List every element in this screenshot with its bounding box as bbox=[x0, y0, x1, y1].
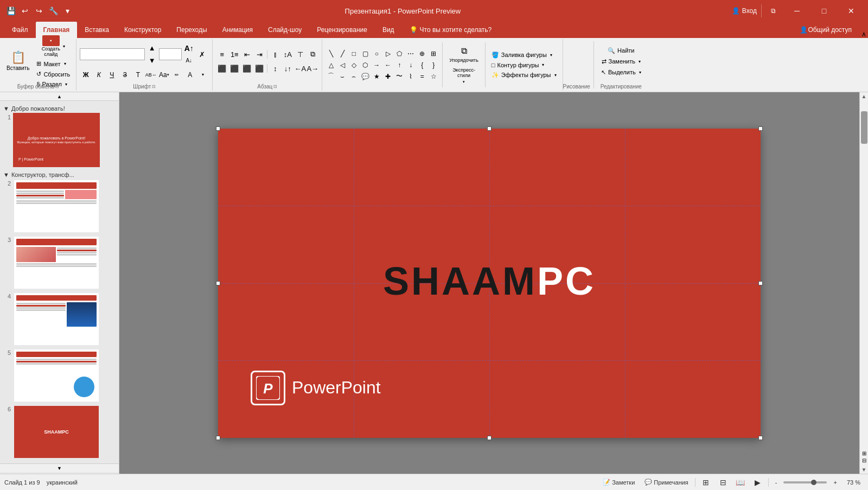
font-size-box[interactable] bbox=[159, 48, 182, 60]
arrange-button[interactable]: ⧉ Упорядочить bbox=[446, 45, 482, 64]
slide-thumb-4[interactable] bbox=[13, 292, 100, 346]
zoom-page-icon[interactable]: ⊟ bbox=[862, 457, 866, 463]
tab-insert[interactable]: Вставка bbox=[77, 22, 117, 38]
shape-bracket-open-icon[interactable]: { bbox=[417, 60, 427, 71]
slideshow-button[interactable]: ▶ bbox=[751, 476, 765, 488]
bullets-button[interactable]: ≡ bbox=[216, 48, 228, 60]
signin-button[interactable]: 👤 Вход bbox=[732, 7, 757, 15]
zoom-to-fit-icon[interactable]: ⊞ bbox=[862, 450, 866, 456]
shape-connector1-icon[interactable]: ⌒ bbox=[326, 71, 336, 82]
tab-animation[interactable]: Анимация bbox=[215, 22, 260, 38]
char-spacing-button[interactable]: АВ↔ bbox=[145, 69, 157, 81]
shape-arrow-left-icon[interactable]: ← bbox=[382, 60, 393, 71]
right-scrollbar[interactable]: ▲ ⊞ ⊟ ▼ bbox=[859, 92, 868, 474]
align-left-icon[interactable]: ⬛ bbox=[216, 62, 228, 74]
minimize-button[interactable]: ─ bbox=[784, 0, 809, 22]
slide-panel[interactable]: ▼ Добро пожаловать! 1 Добро пожаловать в… bbox=[0, 101, 119, 463]
rtl-icon[interactable]: ←A bbox=[294, 62, 306, 74]
text-highlight-button[interactable]: ✏ bbox=[171, 69, 183, 81]
shape-cross-icon[interactable]: ✚ bbox=[382, 71, 393, 82]
slide-panel-scroll-up[interactable]: ▲ bbox=[0, 92, 119, 101]
align-right-icon[interactable]: ⬛ bbox=[241, 62, 253, 74]
zoom-slider[interactable] bbox=[783, 481, 827, 483]
shape-brace-icon[interactable]: ⌇ bbox=[405, 71, 416, 82]
zoom-out-button[interactable]: - bbox=[772, 478, 781, 487]
shape-rect-icon[interactable]: □ bbox=[348, 48, 359, 59]
shape-connector2-icon[interactable]: ⌣ bbox=[337, 71, 348, 82]
underline-button[interactable]: Ч bbox=[106, 69, 118, 81]
select-button[interactable]: ↖ Выделить▾ bbox=[598, 68, 644, 77]
font-size-decrease-icon[interactable]: ▼ bbox=[146, 55, 158, 67]
clear-format-icon[interactable]: ✗ bbox=[196, 48, 208, 60]
tab-slideshow[interactable]: Слайд-шоу bbox=[260, 22, 309, 38]
numbering-button[interactable]: 1≡ bbox=[228, 48, 240, 60]
shape-star-icon[interactable]: ★ bbox=[371, 71, 382, 82]
customize-qa-icon[interactable]: 🔧 bbox=[47, 4, 60, 17]
shape-rtriangle-icon[interactable]: ◁ bbox=[337, 60, 348, 71]
tab-view[interactable]: Вид bbox=[375, 22, 402, 38]
shape-arrow-right-icon[interactable]: → bbox=[371, 60, 382, 71]
tab-search[interactable]: 💡 Что вы хотите сделать? bbox=[402, 22, 500, 38]
shape-callout-icon[interactable]: 💬 bbox=[360, 71, 371, 82]
tab-review[interactable]: Рецензирование bbox=[309, 22, 375, 38]
shape-diamond-icon[interactable]: ◇ bbox=[348, 60, 359, 71]
scroll-right-down-icon[interactable]: ▼ bbox=[860, 466, 868, 474]
tab-transitions[interactable]: Переходы bbox=[169, 22, 214, 38]
redo-icon[interactable]: ↪ bbox=[33, 4, 46, 17]
create-slide-button[interactable]: ▪ Создатьслайд ▾ bbox=[34, 34, 73, 59]
font-shrink-icon[interactable]: A↓ bbox=[183, 55, 195, 67]
shape-connector3-icon[interactable]: ⌢ bbox=[348, 71, 359, 82]
font-color-button[interactable]: А bbox=[184, 69, 196, 81]
smartart-icon[interactable]: ⧉ bbox=[307, 48, 318, 60]
close-button[interactable]: ✕ bbox=[839, 0, 864, 22]
paste-button[interactable]: 📋 Вставить bbox=[3, 42, 33, 80]
line-spacing-icon[interactable]: ↕ bbox=[269, 62, 281, 74]
text-color-dropdown-icon[interactable]: ▾ bbox=[197, 69, 209, 81]
text-direction-icon[interactable]: ↕A bbox=[282, 48, 293, 60]
shape-wave-icon[interactable]: 〜 bbox=[394, 71, 405, 82]
scroll-right-up-icon[interactable]: ▲ bbox=[860, 92, 868, 100]
ltr-icon[interactable]: A→ bbox=[307, 62, 318, 74]
shape-rounded-rect-icon[interactable]: ▢ bbox=[360, 48, 371, 59]
save-icon[interactable]: 💾 bbox=[4, 4, 17, 17]
strikethrough-button[interactable]: З bbox=[119, 69, 131, 81]
shape-placeholder1-icon[interactable]: ⊕ bbox=[417, 48, 427, 59]
replace-button[interactable]: ⇄ Заменить▾ bbox=[599, 57, 643, 66]
shape-right-arrow-icon[interactable]: ▷ bbox=[382, 48, 393, 59]
shape-placeholder2-icon[interactable]: ⊞ bbox=[428, 48, 439, 59]
justify-icon[interactable]: ⬛ bbox=[253, 62, 265, 74]
more-qa-icon[interactable]: ▾ bbox=[61, 4, 74, 17]
shape-hex-icon[interactable]: ⬡ bbox=[360, 60, 371, 71]
slide-canvas[interactable]: SHAAMPC P PowerPoint bbox=[218, 129, 761, 438]
scroll-track[interactable] bbox=[860, 100, 868, 450]
shape-pentagon-icon[interactable]: ⬠ bbox=[394, 48, 405, 59]
zoom-level[interactable]: 73 % bbox=[844, 478, 864, 487]
shape-outline-button[interactable]: □ Контур фигуры▾ bbox=[489, 61, 559, 69]
bold-button[interactable]: Ж bbox=[80, 69, 92, 81]
zoom-slider-thumb[interactable] bbox=[811, 480, 816, 485]
slide-thumb-5[interactable] bbox=[13, 348, 100, 403]
slide-item-3[interactable]: 3 bbox=[2, 236, 117, 290]
comments-button[interactable]: 💬 Примечания bbox=[641, 478, 692, 487]
share-button[interactable]: 👤 Общий доступ bbox=[792, 22, 859, 38]
express-styles-button[interactable]: Экспресс-стили ▾ bbox=[449, 66, 478, 85]
slide-thumb-1[interactable]: Добро пожаловать в PowerPoint!Функции, к… bbox=[13, 113, 100, 167]
group1-arrow-icon[interactable]: ▼ bbox=[3, 105, 9, 112]
slide-sorter-button[interactable]: ⊟ bbox=[716, 476, 730, 488]
shape-curly-icon[interactable]: ☆ bbox=[428, 71, 439, 82]
shape-eq-icon[interactable]: = bbox=[417, 71, 427, 82]
maximize-button[interactable]: □ bbox=[812, 0, 837, 22]
shadow-button[interactable]: T bbox=[132, 69, 144, 81]
paragraph-spacing-icon[interactable]: ↓↑ bbox=[282, 62, 293, 74]
layout-button[interactable]: ⊞ Макет▾ bbox=[34, 59, 73, 68]
slide-panel-scroll-down[interactable]: ▼ bbox=[0, 463, 119, 472]
group2-arrow-icon[interactable]: ▼ bbox=[3, 171, 9, 178]
slide-item-2[interactable]: 2 bbox=[2, 179, 117, 233]
tab-design[interactable]: Конструктор bbox=[117, 22, 169, 38]
font-name-box[interactable] bbox=[80, 48, 145, 60]
increase-indent-icon[interactable]: ⇥ bbox=[253, 48, 265, 60]
tab-file[interactable]: Файл bbox=[4, 22, 36, 38]
shape-line-icon[interactable]: ╲ bbox=[326, 48, 336, 59]
slide-thumb-3[interactable] bbox=[13, 236, 100, 290]
font-grow-icon[interactable]: A↑ bbox=[183, 42, 195, 54]
